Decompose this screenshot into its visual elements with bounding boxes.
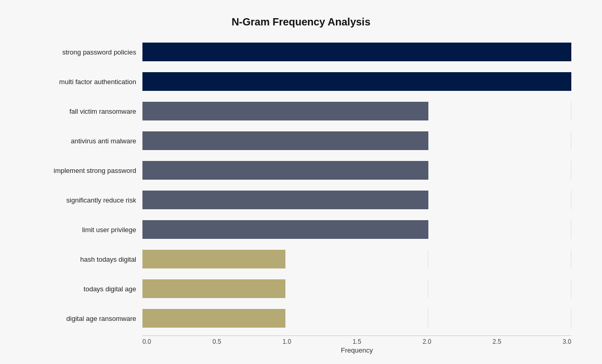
bar-fill — [142, 43, 571, 61]
bar-label: limit user privilege — [31, 226, 142, 234]
bar-row: todays digital age — [31, 274, 571, 304]
bar-label: hash todays digital — [31, 255, 142, 263]
bar-row: fall victim ransomware — [31, 97, 571, 126]
bar-fill — [142, 191, 428, 209]
chart-title: N-Gram Frequency Analysis — [31, 16, 571, 28]
x-tick-label: 2.5 — [493, 338, 502, 345]
bar-label: antivirus anti malware — [31, 137, 142, 145]
bar-fill — [142, 279, 285, 298]
bar-fill — [142, 309, 285, 328]
bar-row: limit user privilege — [31, 215, 571, 245]
bar-row: strong password policies — [31, 37, 571, 67]
bar-row: significantly reduce risk — [31, 185, 571, 215]
bar-track — [142, 43, 571, 61]
x-tick-label: 3.0 — [562, 338, 571, 345]
bar-fill — [142, 250, 285, 268]
bar-track — [142, 131, 571, 150]
x-tick-label: 1.5 — [352, 338, 361, 345]
bar-row: antivirus anti malware — [31, 126, 571, 156]
bar-track — [142, 309, 571, 328]
x-tick-label: 0.5 — [213, 338, 221, 345]
bar-track — [142, 220, 571, 239]
x-axis-label: Frequency — [142, 346, 571, 354]
bar-fill — [142, 131, 428, 150]
chart-container: N-Gram Frequency Analysis strong passwor… — [15, 6, 587, 359]
bar-track — [142, 102, 571, 120]
bar-row: digital age ransomware — [31, 304, 571, 333]
x-axis-container: 0.00.51.01.52.02.53.0 Frequency — [142, 335, 571, 351]
bar-label: multi factor authentication — [31, 78, 142, 86]
bar-track — [142, 279, 571, 298]
x-tick-label: 2.0 — [423, 338, 431, 345]
bar-label: strong password policies — [31, 48, 142, 56]
x-ticks: 0.00.51.01.52.02.53.0 — [142, 336, 571, 345]
x-tick-label: 0.0 — [142, 338, 151, 345]
bar-label: implement strong password — [31, 167, 142, 174]
bar-label: digital age ransomware — [31, 315, 142, 322]
bar-fill — [142, 161, 428, 180]
bar-fill — [142, 102, 428, 120]
bar-track — [142, 72, 571, 91]
x-tick-label: 1.0 — [282, 338, 291, 345]
bar-label: todays digital age — [31, 285, 142, 293]
bar-label: fall victim ransomware — [31, 107, 142, 115]
bar-label: significantly reduce risk — [31, 196, 142, 204]
bar-track — [142, 250, 571, 268]
bar-track — [142, 191, 571, 209]
bar-row: implement strong password — [31, 156, 571, 185]
bar-fill — [142, 220, 428, 239]
bar-fill — [142, 72, 571, 91]
bar-row: multi factor authentication — [31, 67, 571, 97]
chart-area: strong password policiesmulti factor aut… — [31, 37, 571, 333]
bar-track — [142, 161, 571, 180]
bar-row: hash todays digital — [31, 245, 571, 274]
